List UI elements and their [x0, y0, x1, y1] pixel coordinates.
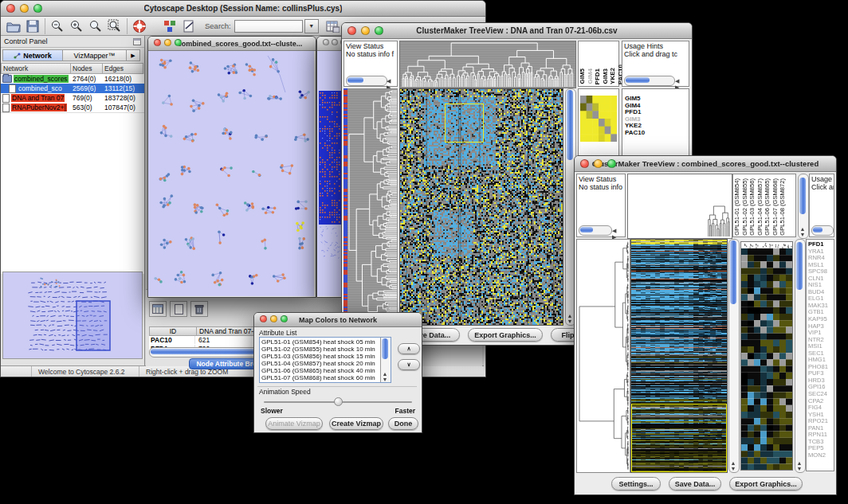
scroll-arrows[interactable]: ▲▼ — [566, 313, 574, 324]
attr-list-vscrollbar[interactable]: ▲▼ — [380, 338, 391, 383]
column-label[interactable]: GPL51-01 (GSM854) — [734, 178, 741, 236]
tv2-genelist-vscrollbar[interactable]: ▲▼ — [795, 239, 806, 473]
column-label[interactable]: GPL51-08 (GSM872) — [779, 178, 787, 236]
network-overview-thumbnail[interactable] — [2, 272, 143, 359]
minimize-button[interactable] — [594, 159, 603, 168]
gene-label[interactable]: MON2 — [808, 452, 834, 459]
attribute-item[interactable]: GPL51-02 (GSM855) heat shock 10 min — [261, 346, 389, 353]
row-label[interactable]: PAC10 — [625, 130, 689, 137]
tv1-row-dendrogram[interactable] — [347, 88, 398, 324]
column-label[interactable]: GPL51-04 (GSM857) — [757, 178, 764, 236]
tv2-column-labels[interactable]: GPL51-01 (GSM854)GPL51-02 (GSM855)GPL51-… — [732, 174, 796, 237]
zoom-window-button[interactable] — [175, 39, 182, 46]
slider-thumb[interactable] — [334, 397, 343, 406]
search-input[interactable] — [234, 20, 303, 33]
move-down-button[interactable]: ∨ — [398, 359, 420, 370]
zoom-window-button[interactable] — [281, 315, 288, 322]
minimize-button[interactable] — [20, 4, 29, 13]
close-button[interactable] — [260, 315, 267, 322]
column-label[interactable]: GIM4 — [587, 68, 595, 84]
animation-speed-slider[interactable] — [264, 401, 412, 403]
column-label[interactable]: GIM5 — [579, 68, 587, 84]
network-list-row[interactable]: DNA and Tran 07 769(0) 183728(0) — [1, 93, 144, 103]
tv2-heatmap[interactable] — [630, 239, 728, 473]
zoom-window-button[interactable] — [33, 4, 42, 13]
attribute-item[interactable]: GPL51-04 (GSM857) heat shock 20 min — [261, 360, 389, 367]
tv2-collabel-vscrollbar[interactable]: ▲▼ — [798, 174, 809, 239]
tv1-heatmap[interactable] — [399, 88, 563, 326]
tv2-heatmap-vscrollbar[interactable]: ▲▼ — [728, 239, 740, 473]
float-panel-icon[interactable] — [133, 34, 141, 49]
tv1-zoom-matrix[interactable] — [580, 96, 617, 142]
network-list-row[interactable]: combined_sco 2569(6) 13112(15) — [1, 84, 144, 93]
network-list-row[interactable]: RNAPuberNov2+| 563(0) 107847(0) — [1, 103, 144, 112]
col-id[interactable]: ID — [149, 326, 197, 336]
tab-network[interactable]: Network — [2, 49, 63, 61]
new-attribute-icon[interactable] — [170, 301, 187, 317]
tv1-export-graphics-button[interactable]: Export Graphics... — [468, 328, 543, 342]
network-view-titlebar[interactable]: combined_scores_good.txt--cluste... — [148, 37, 316, 51]
attribute-listbox[interactable]: GPL51-01 (GSM854) heat shock 05 minGPL51… — [259, 337, 391, 383]
scroll-arrows[interactable]: ▲▼ — [381, 371, 389, 382]
tab-vizmapper[interactable]: VizMapper™ — [63, 49, 127, 61]
minimize-button[interactable] — [270, 315, 277, 322]
zoom-in-icon[interactable] — [67, 18, 86, 35]
tv2-settings-button[interactable]: Settings... — [611, 477, 661, 490]
attribute-select-icon[interactable] — [149, 301, 167, 317]
attribute-item[interactable]: GPL51-07 (GSM868) heat shock 60 min — [261, 374, 389, 381]
tab-overflow[interactable]: ▶ — [127, 49, 140, 61]
tv2-zoom-matrix[interactable] — [740, 241, 793, 471]
tv2-save-data-button[interactable]: Save Data... — [669, 477, 721, 490]
close-button[interactable] — [347, 26, 356, 35]
treeview1-titlebar[interactable]: ClusterMaker TreeView : DNA and Tran 07-… — [342, 23, 692, 39]
network-list-row[interactable]: combined_scores 2764(0) 16218(0) — [1, 74, 144, 84]
network-table-header[interactable]: Network Nodes Edges — [1, 63, 144, 74]
column-label[interactable]: GPL51-07 (GSM868) — [772, 178, 779, 236]
close-button[interactable] — [6, 4, 15, 13]
move-up-button[interactable]: ∧ — [398, 343, 420, 354]
column-label[interactable]: GIM3 — [603, 68, 610, 84]
dialog-titlebar[interactable]: Map Colors to Network — [254, 313, 422, 327]
tv2-row-dendrogram[interactable] — [576, 239, 630, 473]
vizmap-icon[interactable] — [160, 18, 179, 35]
close-button[interactable] — [580, 159, 589, 168]
delete-attribute-icon[interactable] — [190, 301, 208, 317]
attribute-table-icon[interactable] — [324, 18, 343, 35]
tv1-usage-hscrollbar[interactable] — [624, 76, 675, 86]
search-dropdown-icon[interactable]: ▼ — [304, 19, 319, 33]
close-button[interactable] — [154, 39, 161, 46]
column-label[interactable]: GPL51-06 (GSM865) — [764, 178, 771, 236]
tv2-usage-hscrollbar[interactable] — [811, 225, 834, 236]
minimize-button[interactable] — [361, 26, 370, 35]
tv1-column-labels[interactable]: GIM5GIM4PFD1GIM3YKE2PAC10 — [578, 41, 619, 87]
zoom-window-button[interactable] — [607, 159, 616, 168]
help-lifebuoy-icon[interactable] — [130, 18, 149, 35]
close-button[interactable] — [323, 39, 329, 45]
tv2-export-graphics-button[interactable]: Export Graphics... — [729, 477, 803, 490]
tv2-column-dendrogram[interactable] — [627, 174, 732, 239]
zoom-out-icon[interactable] — [48, 18, 67, 35]
scroll-arrows[interactable]: ▲▼ — [729, 460, 737, 471]
column-label[interactable]: PFD1 — [595, 68, 602, 84]
column-label[interactable]: YKE2 — [610, 68, 617, 84]
column-label[interactable]: GPL51-02 (GSM855) — [742, 178, 749, 236]
attribute-item[interactable]: GPL51-06 (GSM865) heat shock 40 min — [261, 367, 389, 374]
create-vizmap-button[interactable]: Create Vizmap — [329, 417, 383, 430]
save-icon[interactable] — [23, 18, 42, 35]
column-label[interactable]: GPL51-03 (GSM856) — [749, 178, 756, 236]
annotation-icon[interactable] — [179, 18, 198, 35]
attribute-item[interactable]: GPL51-01 (GSM854) heat shock 05 min — [261, 338, 389, 346]
done-button[interactable]: Done — [388, 417, 418, 430]
animate-vizmap-button[interactable]: Animate Vizmap — [265, 417, 323, 430]
minimize-button[interactable] — [164, 39, 171, 46]
scroll-arrows[interactable]: ▲▼ — [799, 226, 807, 237]
tv1-status-hscrollbar[interactable] — [346, 76, 387, 86]
scroll-arrows[interactable]: ▲▼ — [795, 460, 803, 471]
attribute-item[interactable]: GPL51-03 (GSM856) heat shock 15 min — [261, 353, 389, 360]
minimize-button[interactable] — [332, 39, 338, 45]
tv2-status-hscrollbar[interactable] — [579, 225, 612, 236]
tv1-column-dendrogram[interactable] — [399, 41, 576, 88]
zoom-window-button[interactable] — [375, 26, 383, 35]
main-titlebar[interactable]: Cytoscape Desktop (Session Name: collins… — [1, 1, 485, 17]
network-canvas[interactable] — [148, 51, 314, 296]
